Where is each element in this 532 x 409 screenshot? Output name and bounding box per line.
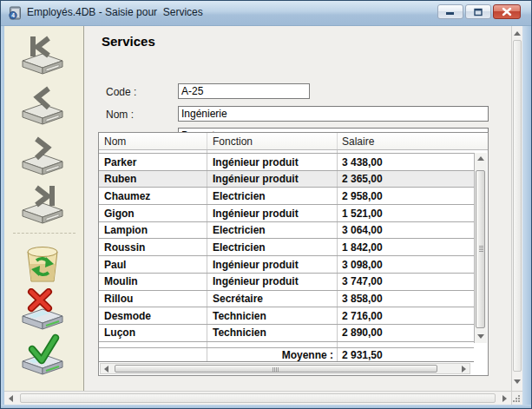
table-vscroll-thumb[interactable] [476,170,485,328]
nom-input[interactable] [178,106,489,122]
cell-fonction: Electricien [207,222,338,239]
cell-nom: Luçon [99,325,207,341]
table-row[interactable]: LuçonTechnicien2 890,00 [99,325,474,342]
cell-nom: Gigon [99,205,207,221]
code-input[interactable] [178,83,310,99]
table-header: Nom Fonction Salaire [99,133,488,150]
minimize-icon [446,8,455,16]
thumb-grip-icon [479,246,483,252]
column-header-salaire[interactable]: Salaire [338,133,488,149]
table-body: ParkerIngénieur produit3 438,00RubenIngé… [99,150,474,362]
cell-salaire: 1 842,00 [338,239,474,255]
accept-check-icon [18,333,67,379]
scroll-up-arrow-icon[interactable] [514,31,521,36]
next-record-icon [18,134,67,179]
last-record-button[interactable] [18,182,69,228]
first-record-icon [18,33,67,78]
cancel-record-button[interactable] [18,288,69,333]
cell-nom: Paul [99,256,207,273]
app-4d-icon[interactable]: 4 [8,6,22,20]
cell-fonction: Ingénieur produit [207,171,338,188]
next-record-button[interactable] [18,134,69,179]
cell-fonction: Technicien [207,307,338,324]
window-vscroll-thumb[interactable] [513,40,522,372]
maximize-button[interactable] [465,4,491,19]
table-row[interactable]: ChaumezElectricien2 958,00 [99,188,474,205]
minimize-button[interactable] [437,4,463,19]
column-header-nom[interactable]: Nom [99,133,207,149]
scroll-left-arrow-icon[interactable] [104,366,108,373]
field-label-nom: Nom : [106,109,134,121]
cell-salaire: 3 438,00 [338,154,474,170]
cell-fonction: Electricien [207,239,338,255]
window-border-left [0,26,4,409]
scroll-left-arrow-icon[interactable] [9,395,13,402]
summary-label: Moyenne : [207,348,338,361]
table-row[interactable]: RubenIngénieur produit2 365,00 [99,171,474,188]
table-row[interactable]: RillouSecrétaire3 858,00 [99,291,474,308]
cell-salaire: 2 716,00 [338,307,474,324]
scroll-up-arrow-icon[interactable] [477,156,484,161]
window-title: Employés.4DB - Saisie pour Services [27,0,203,25]
window-vscrollbar[interactable] [511,26,522,391]
cell-fonction: Ingénieur produit [207,154,338,170]
cell-salaire: 3 747,00 [338,274,474,290]
table-hscroll-thumb[interactable] [115,365,437,373]
table-row[interactable]: LampionElectricien3 064,00 [99,222,474,240]
page-title: Services [102,34,155,49]
table-row[interactable]: ParkerIngénieur produit3 438,00 [99,154,474,171]
restore-icon [474,8,483,16]
field-label-code: Code : [106,86,136,98]
column-header-fonction[interactable]: Fonction [207,133,338,149]
cell-nom: Roussin [99,239,207,255]
cell-fonction: Technicien [207,325,338,341]
scroll-right-arrow-icon[interactable] [462,366,466,373]
cell-salaire: 3 064,00 [338,222,474,239]
scroll-down-arrow-icon[interactable] [477,334,484,339]
previous-record-button[interactable] [18,83,69,129]
window-hscrollbar[interactable] [4,391,511,405]
scroll-right-arrow-icon[interactable] [502,395,507,402]
accept-record-button[interactable] [18,333,69,379]
window-border-bottom [0,405,532,409]
table-row[interactable]: RoussinElectricien1 842,00 [99,239,474,256]
cell-salaire: 3 858,00 [338,291,474,307]
resize-grip[interactable] [511,391,522,405]
cell-fonction: Ingénieur produit [207,205,338,221]
trash-recycle-icon [18,241,67,287]
table-row[interactable]: PaulIngénieur produit3 098,00 [99,256,474,274]
window-hscroll-thumb[interactable] [20,393,496,403]
summary-row: Moyenne :2 931,50 [99,348,474,362]
resize-grip-icon [512,393,522,404]
svg-text:4: 4 [11,12,15,18]
delete-record-button[interactable] [18,241,69,287]
close-button[interactable] [493,4,521,19]
title-bar[interactable]: 4 Employés.4DB - Saisie pour Services [0,0,532,26]
app-window: 4 Employés.4DB - Saisie pour Services [0,0,532,409]
cell-nom: Parker [99,154,207,170]
cell-salaire: 1 521,00 [338,205,474,221]
spacer-row [99,342,474,348]
table-row[interactable]: GigonIngénieur produit1 521,00 [99,205,474,222]
cell-fonction: Secrétaire [207,291,338,307]
table-hscrollbar[interactable] [100,363,470,374]
cell-salaire: 2 365,00 [338,171,474,188]
cell-nom: Lampion [99,222,207,239]
table-row[interactable]: MoulinIngénieur produit3 747,00 [99,274,474,291]
thumb-grip-icon [273,367,279,372]
previous-record-icon [18,83,67,129]
window-border-right [522,26,532,409]
close-icon [502,7,512,16]
summary-empty [99,348,207,361]
cell-salaire: 2 890,00 [338,325,474,341]
form-area: Services Code : Nom : Responsable : Nom … [84,26,511,391]
table-vscrollbar[interactable] [474,153,487,343]
cell-nom: Ruben [99,171,207,188]
scroll-down-arrow-icon[interactable] [514,379,521,384]
table-row[interactable]: DesmodeTechnicien2 716,00 [99,307,474,325]
cell-salaire: 3 098,00 [338,256,474,273]
cell-nom: Rillou [99,291,207,307]
cancel-x-icon [18,288,67,333]
employees-table: Nom Fonction Salaire ParkerIngénieur pro… [98,132,489,376]
first-record-button[interactable] [18,33,69,78]
